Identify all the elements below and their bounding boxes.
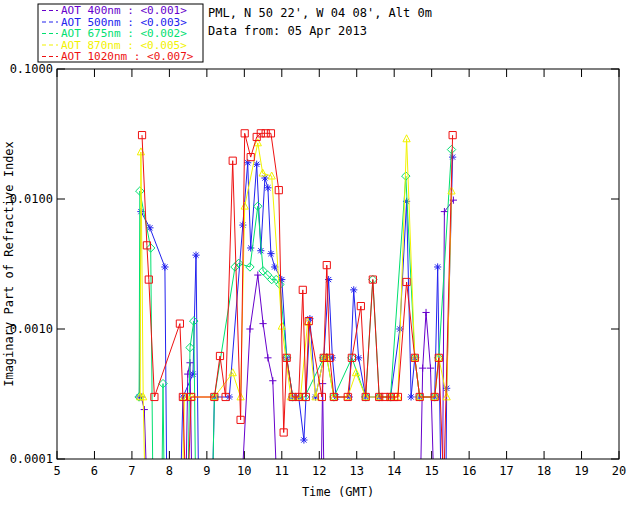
x-tick-label: 18: [537, 464, 551, 478]
series-675nm: [135, 145, 456, 487]
x-tick-label: 15: [424, 464, 438, 478]
x-tick-label: 20: [612, 464, 626, 478]
x-tick-label: 13: [350, 464, 364, 478]
site-info-text: PML, N 50 22', W 04 08', Alt 0m: [208, 6, 432, 20]
date-info-text: Data from: 05 Apr 2013: [208, 24, 367, 38]
x-tick-label: 7: [128, 464, 135, 478]
x-tick-label: 9: [203, 464, 210, 478]
y-tick-label: 0.0010: [10, 322, 53, 336]
legend-label: AOT 1020nm : <0.007>: [61, 50, 194, 63]
x-tick-label: 8: [166, 464, 173, 478]
aeronet-refractive-index-figure: 5678910111213141516171819200.00010.00100…: [0, 0, 640, 512]
x-tick-label: 16: [462, 464, 476, 478]
x-tick-label: 6: [91, 464, 98, 478]
series-markers-675nm: [135, 145, 456, 401]
y-tick-label: 0.1000: [10, 62, 53, 76]
x-tick-label: 5: [53, 464, 60, 478]
series-line-400nm: [141, 200, 453, 488]
y-tick-label: 0.0001: [10, 452, 53, 466]
chart-generated-content: 5678910111213141516171819200.00010.00100…: [10, 4, 627, 488]
x-tick-label: 14: [387, 464, 401, 478]
x-tick-label: 11: [275, 464, 289, 478]
x-tick-label: 12: [312, 464, 326, 478]
series-layer: [135, 130, 457, 488]
chart-canvas: 5678910111213141516171819200.00010.00100…: [0, 0, 640, 512]
legend: AOT 400nm : <0.001>AOT 500nm : <0.003>AO…: [38, 4, 203, 63]
series-markers-870nm: [137, 135, 456, 400]
y-tick-label: 0.0100: [10, 192, 53, 206]
x-tick-label: 17: [499, 464, 513, 478]
x-tick-label: 10: [237, 464, 251, 478]
legend-item-1020nm: AOT 1020nm : <0.007>: [42, 50, 194, 63]
y-axis-title: Imaginary Part of Refractive Index: [2, 141, 16, 387]
x-tick-label: 19: [574, 464, 588, 478]
x-axis-title: Time (GMT): [302, 485, 374, 499]
